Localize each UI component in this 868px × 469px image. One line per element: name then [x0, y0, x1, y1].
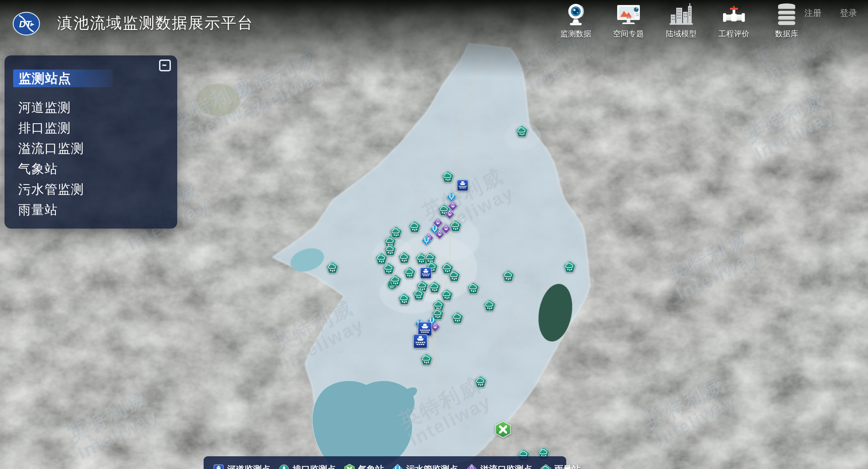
map-legend-bar: 河道监测点 排口监测点 气象站 污水管监测点 溢流口监测点 雨量站 [204, 456, 566, 469]
rain-marker[interactable] [563, 260, 576, 273]
rain-marker[interactable] [441, 170, 454, 183]
monitor-chart-icon [616, 2, 641, 28]
rain-marker[interactable] [428, 280, 441, 294]
rain-marker[interactable] [412, 288, 425, 301]
nav-item-project-eval[interactable]: 工程评价 [715, 2, 753, 39]
panel-item-sewage[interactable]: 污水管监测 [18, 179, 177, 200]
panel-item-outlet[interactable]: 排口监测 [18, 118, 177, 138]
rain-marker[interactable] [448, 269, 461, 282]
rain-gauge-icon [540, 464, 552, 469]
rain-marker[interactable] [398, 292, 411, 305]
rain-marker[interactable] [398, 251, 411, 264]
app-logo-icon: DT [13, 12, 40, 35]
nav-item-land-model[interactable]: 陆域模型 [663, 2, 700, 39]
page-title: 滇池流域监测数据展示平台 [57, 13, 254, 34]
rain-marker[interactable] [326, 261, 339, 274]
auth-links: 注册 登录 [804, 7, 857, 19]
city-buildings-icon [668, 2, 694, 28]
legend-item-rain[interactable]: 雨量站 [540, 464, 580, 469]
river-station-icon [213, 464, 224, 469]
login-link[interactable]: 登录 [840, 7, 857, 19]
rain-marker[interactable] [389, 274, 402, 287]
nav-label: 空间专题 [613, 29, 644, 39]
panel-menu: 河道监测 排口监测 溢流口监测 气象站 污水管监测 雨量站 [18, 97, 177, 220]
overflow-marker[interactable] [434, 229, 445, 239]
nav-label: 陆域模型 [666, 29, 697, 39]
sewage-pipe-station-icon [392, 464, 404, 469]
rain-marker[interactable] [451, 311, 464, 324]
river-marker[interactable] [419, 266, 433, 280]
panel-item-weather[interactable]: 气象站 [18, 159, 177, 179]
river-marker[interactable] [412, 333, 429, 350]
legend-item-sewage[interactable]: 污水管监测点 [392, 464, 458, 469]
legend-item-overflow[interactable]: 溢流口监测点 [466, 464, 532, 469]
top-header: DT 滇池流域监测数据展示平台 监测数据 [0, 0, 868, 44]
register-link[interactable]: 注册 [804, 7, 822, 19]
nav-label: 监测数据 [560, 29, 591, 39]
rain-marker[interactable] [483, 299, 496, 312]
main-nav: 监测数据 空间专题 [557, 2, 805, 39]
rain-marker[interactable] [467, 281, 480, 294]
panel-title: 监测站点 [19, 70, 71, 87]
pipe-valve-icon [721, 2, 747, 28]
nav-label: 数据库 [775, 29, 798, 39]
rain-marker[interactable] [420, 353, 433, 366]
webcam-icon [563, 2, 589, 28]
rain-marker[interactable] [408, 220, 421, 233]
weather-station-icon [344, 464, 355, 469]
legend-item-weather[interactable]: 气象站 [344, 464, 384, 469]
overflow-station-icon [466, 464, 478, 469]
collapse-panel-button[interactable] [159, 60, 171, 71]
panel-item-river[interactable]: 河道监测 [18, 97, 177, 118]
monitoring-stations-panel: 监测站点 河道监测 排口监测 溢流口监测 气象站 污水管监测 雨量站 [5, 55, 177, 229]
nav-label: 工程评价 [718, 29, 749, 39]
river-marker[interactable] [456, 179, 469, 192]
rain-marker[interactable] [502, 269, 515, 282]
weather-marker[interactable] [494, 420, 512, 439]
app-window: 英特利威Inteliway英特利威Inteliway英特利威Inteliway英… [0, 0, 868, 469]
nav-item-database[interactable]: 数据库 [768, 2, 805, 39]
panel-item-overflow[interactable]: 溢流口监测 [18, 138, 177, 159]
overflow-marker[interactable] [444, 209, 455, 220]
rain-marker[interactable] [474, 375, 487, 388]
sewage-marker[interactable] [421, 235, 432, 246]
rain-marker[interactable] [403, 266, 416, 279]
outlet-station-icon [278, 464, 290, 469]
svg-text:DT: DT [19, 19, 32, 29]
panel-item-rain[interactable]: 雨量站 [18, 200, 177, 220]
database-icon [774, 2, 799, 28]
nav-item-spatial-theme[interactable]: 空间专题 [610, 2, 647, 39]
legend-item-outlet[interactable]: 排口监测点 [278, 464, 336, 469]
legend-item-river[interactable]: 河道监测点 [213, 464, 270, 469]
rain-marker[interactable] [382, 262, 395, 275]
panel-title-bar: 监测站点 [13, 70, 113, 87]
rain-marker[interactable] [515, 125, 529, 138]
nav-item-monitor-data[interactable]: 监测数据 [557, 2, 594, 39]
